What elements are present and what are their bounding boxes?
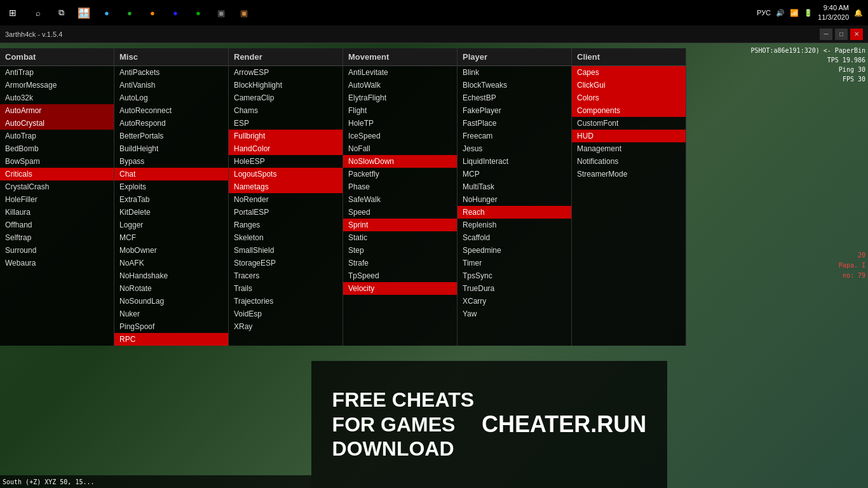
menu-item-logger[interactable]: Logger [114, 219, 228, 231]
menu-item-sprint[interactable]: Sprint [343, 219, 457, 231]
taskbar-icon-7[interactable]: ▣ [211, 3, 231, 23]
menu-item-armormessage[interactable]: ArmorMessage [0, 79, 114, 92]
menu-item-echestbp[interactable]: EchestBP [458, 92, 571, 104]
menu-item-bypass[interactable]: Bypass [114, 155, 228, 168]
menu-item-fullbright[interactable]: Fullbright [229, 130, 342, 142]
menu-item-packetfly[interactable]: Packetfly [343, 168, 457, 180]
taskbar-icon-4[interactable]: ● [142, 3, 163, 23]
menu-item-nuker[interactable]: Nuker [114, 308, 228, 320]
menu-item-streamermode[interactable]: StreamerMode [572, 168, 686, 180]
menu-item-components[interactable]: Components [572, 104, 686, 117]
menu-item-trails[interactable]: Trails [229, 282, 342, 295]
menu-item-holefiller[interactable]: HoleFiller [0, 193, 114, 206]
menu-item-liquidinteract[interactable]: LiquidInteract [458, 155, 571, 168]
menu-item-nohunger[interactable]: NoHunger [458, 193, 571, 206]
menu-item-flight[interactable]: Flight [343, 104, 457, 117]
menu-item-mcp[interactable]: MCP [458, 168, 571, 180]
menu-item-tracers[interactable]: Tracers [229, 269, 342, 282]
menu-item-step[interactable]: Step [343, 244, 457, 257]
menu-item-rpc[interactable]: RPC [114, 333, 228, 346]
taskbar-icon-1[interactable]: 🪟 [74, 3, 94, 23]
taskbar-icon-5[interactable]: ● [165, 3, 186, 23]
start-button[interactable]: ⊞ [0, 0, 25, 25]
notifications-icon[interactable]: 🔔 [854, 9, 863, 17]
menu-item-safewalk[interactable]: SafeWalk [343, 193, 457, 206]
menu-item-autotrap[interactable]: AutoTrap [0, 130, 114, 142]
menu-item-management[interactable]: Management [572, 142, 686, 155]
menu-item-customfont[interactable]: CustomFont [572, 117, 686, 130]
menu-item-strafe[interactable]: Strafe [343, 257, 457, 269]
menu-item-truedura[interactable]: TrueDura [458, 282, 571, 295]
menu-item-bowspam[interactable]: BowSpam [0, 155, 114, 168]
menu-item-yaw[interactable]: Yaw [458, 308, 571, 320]
menu-item-multitask[interactable]: MultiTask [458, 180, 571, 193]
menu-item-antipackets[interactable]: AntiPackets [114, 66, 228, 79]
minimize-button[interactable]: ─ [820, 29, 832, 40]
menu-item-trajectories[interactable]: Trajectories [229, 295, 342, 308]
menu-item-tpssync[interactable]: TpsSync [458, 269, 571, 282]
menu-item-nohandshake[interactable]: NoHandshake [114, 269, 228, 282]
menu-item-mobowner[interactable]: MobOwner [114, 244, 228, 257]
menu-item-webaura[interactable]: Webaura [0, 257, 114, 269]
menu-item-smallshield[interactable]: SmallShield [229, 244, 342, 257]
menu-item-blocktweaks[interactable]: BlockTweaks [458, 79, 571, 92]
menu-item-speed[interactable]: Speed [343, 206, 457, 219]
menu-item-buildheight[interactable]: BuildHeight [114, 142, 228, 155]
menu-item-skeleton[interactable]: Skeleton [229, 231, 342, 244]
menu-item-freecam[interactable]: Freecam [458, 130, 571, 142]
menu-item-holetp[interactable]: HoleTP [343, 117, 457, 130]
close-button[interactable]: ✕ [850, 29, 863, 40]
menu-item-norender[interactable]: NoRender [229, 193, 342, 206]
menu-item-nofall[interactable]: NoFall [343, 142, 457, 155]
menu-item-icespeed[interactable]: IceSpeed [343, 130, 457, 142]
menu-item-selftrap[interactable]: Selftrap [0, 231, 114, 244]
menu-item-tpspeed[interactable]: TpSpeed [343, 269, 457, 282]
menu-item-cameraclip[interactable]: CameraClip [229, 92, 342, 104]
taskbar-icon-8[interactable]: ▣ [234, 3, 254, 23]
menu-item-handcolor[interactable]: HandColor [229, 142, 342, 155]
menu-item-autocrystal[interactable]: AutoCrystal [0, 117, 114, 130]
menu-item-noslowdown[interactable]: NoSlowDown [343, 155, 457, 168]
menu-item-speedmine[interactable]: Speedmine [458, 244, 571, 257]
menu-item-storageesp[interactable]: StorageESP [229, 257, 342, 269]
menu-item-chams[interactable]: Chams [229, 104, 342, 117]
menu-item-portalesp[interactable]: PortalESP [229, 206, 342, 219]
menu-item-holeesp[interactable]: HoleESP [229, 155, 342, 168]
menu-item-hud[interactable]: HUD [572, 130, 686, 142]
menu-item-voidesp[interactable]: VoidEsp [229, 308, 342, 320]
menu-item-nosoundlag[interactable]: NoSoundLag [114, 295, 228, 308]
menu-item-fakeplayer[interactable]: FakePlayer [458, 104, 571, 117]
menu-item-extratab[interactable]: ExtraTab [114, 193, 228, 206]
menu-item-xcarry[interactable]: XCarry [458, 295, 571, 308]
menu-item-phase[interactable]: Phase [343, 180, 457, 193]
menu-item-esp[interactable]: ESP [229, 117, 342, 130]
menu-item-reach[interactable]: Reach [458, 206, 571, 219]
menu-item-crystalcrash[interactable]: CrystalCrash [0, 180, 114, 193]
menu-item-blockhighlight[interactable]: BlockHighlight [229, 79, 342, 92]
menu-item-colors[interactable]: Colors [572, 92, 686, 104]
menu-item-blink[interactable]: Blink [458, 66, 571, 79]
maximize-button[interactable]: □ [835, 29, 848, 40]
menu-item-auto32k[interactable]: Auto32k [0, 92, 114, 104]
menu-item-norotate[interactable]: NoRotate [114, 282, 228, 295]
taskbar-icon-6[interactable]: ● [188, 3, 208, 23]
taskbar-icon-3[interactable]: ● [119, 3, 140, 23]
menu-item-elytraflight[interactable]: ElytraFlight [343, 92, 457, 104]
menu-item-logoutspots[interactable]: LogoutSpots [229, 168, 342, 180]
menu-item-antilevitate[interactable]: AntiLevitate [343, 66, 457, 79]
search-icon[interactable]: ⌕ [28, 3, 48, 23]
menu-item-autolog[interactable]: AutoLog [114, 92, 228, 104]
menu-item-scaffold[interactable]: Scaffold [458, 231, 571, 244]
menu-item-antitrap[interactable]: AntiTrap [0, 66, 114, 79]
menu-item-antivanish[interactable]: AntiVanish [114, 79, 228, 92]
menu-item-xray[interactable]: XRay [229, 320, 342, 333]
menu-item-fastplace[interactable]: FastPlace [458, 117, 571, 130]
menu-item-timer[interactable]: Timer [458, 257, 571, 269]
menu-item-chat[interactable]: Chat [114, 168, 228, 180]
menu-item-notifications[interactable]: Notifications [572, 155, 686, 168]
menu-item-pingspoof[interactable]: PingSpoof [114, 320, 228, 333]
menu-item-autorespond[interactable]: AutoRespond [114, 117, 228, 130]
menu-item-static[interactable]: Static [343, 231, 457, 244]
menu-item-autowalk[interactable]: AutoWalk [343, 79, 457, 92]
menu-item-velocity[interactable]: Velocity [343, 282, 457, 295]
